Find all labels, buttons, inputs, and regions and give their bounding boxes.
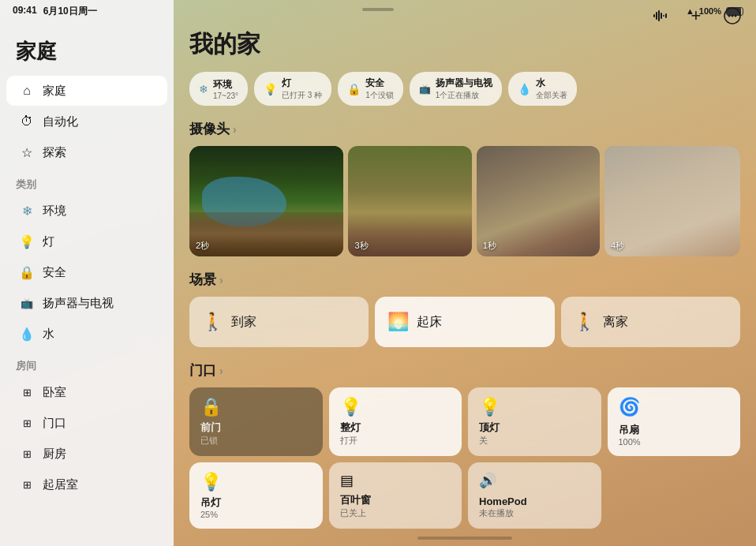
add-button[interactable]: + [685,5,707,27]
chip-speakers-text: 扬声器与电视 1个正在播放 [436,77,492,101]
page-title: 我的家 [189,28,740,61]
svg-point-9 [735,15,737,17]
pendant-icon: 💡 [200,472,312,492]
sidebar-item-automation-label: 自动化 [43,114,78,129]
camera-row: 2秒 3秒 1秒 4秒 [189,146,740,256]
chip-environment-text: 环境 17~23° [213,78,238,100]
sidebar-item-home[interactable]: ⌂ 家庭 [6,76,167,106]
chip-security-sub: 1个没锁 [365,90,394,101]
chip-water[interactable]: 💧 水 全部关著 [508,72,577,106]
toolbar: + [649,5,743,27]
camera-label-1: 2秒 [196,240,209,252]
more-button[interactable] [721,5,743,27]
sidebar-item-explore-label: 探索 [43,145,66,160]
ceiling-light-name: 顶灯 [479,421,590,435]
fan-status: 100% [619,437,730,447]
sidebar-title: 家庭 [0,38,174,75]
automation-icon: ⏱ [19,114,35,129]
fan-icon: 🌀 [619,397,730,417]
device-card-homepod[interactable]: 🔊 HomePod 未在播放 [468,462,601,529]
device-card-pendant[interactable]: 💡 吊灯 25% [189,462,323,529]
ceiling-light-status: 关 [479,435,590,447]
sidebar-item-automation[interactable]: ⏱ 自动化 [6,107,167,136]
sidebar-item-kitchen-label: 厨房 [43,447,66,462]
cameras-section-header[interactable]: 摄像头 › [189,120,740,138]
sidebar-item-lights[interactable]: 💡 灯 [6,226,167,256]
security-icon: 🔒 [19,264,35,280]
pendant-name: 吊灯 [200,496,312,510]
chip-security-icon: 🔒 [347,83,361,95]
scene-card-arrive[interactable]: 🚶 到家 [189,297,369,347]
homepod-name: HomePod [479,496,590,507]
pendant-status: 25% [200,510,312,519]
svg-point-7 [728,15,731,17]
scene-wakeup-label: 起床 [417,314,442,331]
camera-thumb-3[interactable]: 1秒 [477,146,600,256]
device-card-fan[interactable]: 🌀 吊扇 100% [608,387,741,456]
bedroom-icon: ⊞ [19,384,35,400]
homepod-status: 未在播放 [479,507,590,519]
camera-label-4: 4秒 [611,240,624,252]
chip-security-label: 安全 [365,77,394,90]
bottom-drag-handle [417,537,512,540]
environment-icon: ❄ [19,203,35,219]
svg-rect-2 [658,10,660,21]
sidebar-item-kitchen[interactable]: ⊞ 厨房 [6,439,167,469]
chip-environment-icon: ❄ [199,83,208,95]
device-card-chandelier[interactable]: 💡 整灯 打开 [329,387,462,456]
room-section-header[interactable]: 门口 › [189,361,740,380]
camera-thumb-1[interactable]: 2秒 [189,146,343,256]
room-section-label: 门口 [189,361,216,380]
device-card-front-lock[interactable]: 🔒 前门 已锁 [189,387,323,456]
camera-thumb-4[interactable]: 4秒 [604,146,740,256]
chip-speakers[interactable]: 📺 扬声器与电视 1个正在播放 [410,72,502,106]
cam1-graphic [189,146,343,256]
chip-environment-sub: 17~23° [213,92,238,100]
chip-lights[interactable]: 💡 灯 已打开 3 种 [254,72,331,106]
sidebar-item-security[interactable]: 🔒 安全 [6,257,167,287]
homepod-icon: 🔊 [479,472,590,489]
cam3-graphic [604,146,740,256]
voice-button[interactable] [649,5,671,27]
chips-row: ❄ 环境 17~23° 💡 灯 已打开 3 种 🔒 安全 1个没锁 📺 扬声器与… [189,72,740,106]
chandelier-name: 整灯 [340,421,451,435]
scene-arrive-label: 到家 [231,314,256,331]
entrance-icon: ⊞ [19,415,35,431]
sidebar-item-lights-label: 灯 [43,234,54,249]
home-icon: ⌂ [19,83,35,99]
sidebar: 家庭 ⌂ 家庭 ⏱ 自动化 ☆ 探索 类别 ❄ 环境 💡 灯 🔒 安全 📺 扬声… [0,0,174,546]
chip-lights-text: 灯 已打开 3 种 [282,77,322,101]
svg-rect-4 [663,15,664,17]
sidebar-item-environment[interactable]: ❄ 环境 [6,196,167,226]
front-lock-icon: 🔒 [200,397,312,417]
chip-speakers-sub: 1个正在播放 [436,90,492,101]
chip-speakers-icon: 📺 [419,84,431,95]
rooms-section-label: 房间 [0,350,174,376]
scene-row: 🚶 到家 🌅 起床 🚶 离家 [189,297,740,347]
scenes-section-label: 场景 [189,271,216,289]
sidebar-item-living[interactable]: ⊞ 起居室 [6,469,167,499]
water-icon: 💧 [19,326,35,342]
device-card-blinds[interactable]: ▤ 百叶窗 已关上 [329,462,462,529]
front-lock-name: 前门 [200,421,312,435]
living-icon: ⊞ [19,477,35,492]
chip-water-icon: 💧 [518,83,531,95]
room-chevron: › [219,365,223,377]
scenes-section-header[interactable]: 场景 › [189,271,740,289]
sidebar-item-speakers[interactable]: 📺 扬声器与电视 [6,288,167,318]
svg-rect-0 [653,14,655,17]
scene-card-leave[interactable]: 🚶 离家 [561,297,740,347]
sidebar-item-water[interactable]: 💧 水 [6,319,167,349]
leave-icon: 🚶 [574,312,595,332]
sidebar-item-explore[interactable]: ☆ 探索 [6,137,167,167]
camera-thumb-2[interactable]: 3秒 [348,146,471,256]
scene-card-wakeup[interactable]: 🌅 起床 [375,297,554,347]
sidebar-item-bedroom[interactable]: ⊞ 卧室 [6,377,167,407]
sidebar-item-environment-label: 环境 [43,204,66,219]
sidebar-item-speakers-label: 扬声器与电视 [43,296,114,311]
sidebar-item-entrance[interactable]: ⊞ 门口 [6,408,167,438]
chip-environment[interactable]: ❄ 环境 17~23° [189,72,248,106]
sidebar-item-living-label: 起居室 [43,477,78,492]
chip-security[interactable]: 🔒 安全 1个没锁 [338,72,403,106]
device-card-ceiling-light[interactable]: 💡 顶灯 关 [468,387,601,456]
